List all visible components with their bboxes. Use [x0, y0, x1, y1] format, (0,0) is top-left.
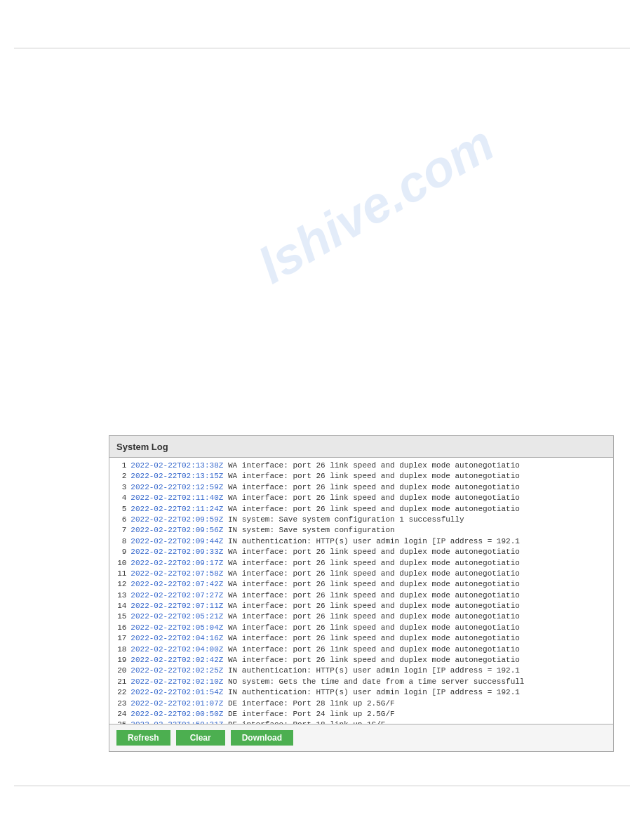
clear-button[interactable]: Clear — [176, 730, 225, 746]
log-timestamp-link[interactable]: 2022-02-22T02:09:44Z — [130, 537, 223, 545]
log-timestamp-link[interactable]: 2022-02-22T02:04:16Z — [130, 634, 223, 642]
log-row-number: 17 — [111, 633, 130, 644]
log-message: interface: port 26 link speed and duplex… — [242, 494, 520, 502]
log-row-number: 19 — [111, 655, 130, 666]
log-level: IN — [223, 526, 241, 534]
log-row: 72022-02-22T02:09:56Z IN system: Save sy… — [111, 525, 612, 536]
log-row-text: 2022-02-22T02:02:42Z WA interface: port … — [130, 655, 612, 666]
log-timestamp-link[interactable]: 2022-02-22T02:09:33Z — [130, 548, 223, 556]
log-row-text: 2022-02-22T02:07:42Z WA interface: port … — [130, 579, 612, 590]
log-row: 132022-02-22T02:07:27Z WA interface: por… — [111, 590, 612, 601]
log-timestamp-link[interactable]: 2022-02-22T02:01:07Z — [130, 699, 223, 708]
log-row: 62022-02-22T02:09:59Z IN system: Save sy… — [111, 515, 612, 525]
log-timestamp-link[interactable]: 2022-02-22T02:04:00Z — [130, 645, 223, 654]
log-row-number: 10 — [111, 558, 130, 569]
log-row-number: 7 — [111, 525, 130, 536]
log-level: WA — [223, 591, 241, 600]
log-row: 152022-02-22T02:05:21Z WA interface: por… — [111, 611, 612, 622]
log-level: IN — [223, 537, 241, 545]
log-row-number: 23 — [111, 699, 130, 709]
log-message: interface: Port 24 link up 2.5G/F — [242, 710, 395, 718]
log-row-number: 6 — [111, 515, 130, 525]
log-timestamp-link[interactable]: 2022-02-22T02:05:04Z — [130, 623, 223, 632]
log-row: 192022-02-22T02:02:42Z WA interface: por… — [111, 655, 612, 666]
log-timestamp-link[interactable]: 2022-02-22T02:02:10Z — [130, 677, 223, 686]
log-row-number: 24 — [111, 709, 130, 720]
log-message: system: Save system configuration — [242, 526, 395, 534]
log-row-number: 14 — [111, 601, 130, 611]
toolbar: Refresh Clear Download — [109, 724, 613, 751]
log-message: interface: port 26 link speed and duplex… — [242, 548, 520, 556]
log-row-text: 2022-02-22T02:12:59Z WA interface: port … — [130, 482, 612, 493]
log-timestamp-link[interactable]: 2022-02-22T02:07:42Z — [130, 580, 223, 588]
log-row-text: 2022-02-22T02:05:21Z WA interface: port … — [130, 611, 612, 622]
log-row: 12022-02-22T02:13:38Z WA interface: port… — [111, 461, 612, 471]
log-timestamp-link[interactable]: 2022-02-22T02:13:38Z — [130, 461, 223, 470]
log-level: WA — [223, 494, 241, 502]
log-timestamp-link[interactable]: 2022-02-22T02:05:21Z — [130, 612, 223, 621]
log-row-text: 2022-02-22T02:13:15Z WA interface: port … — [130, 471, 612, 482]
log-content-area[interactable]: 12022-02-22T02:13:38Z WA interface: port… — [109, 458, 613, 724]
log-timestamp-link[interactable]: 2022-02-22T02:07:27Z — [130, 591, 223, 600]
log-timestamp-link[interactable]: 2022-02-22T02:09:59Z — [130, 515, 223, 524]
log-timestamp-link[interactable]: 2022-02-22T02:13:15Z — [130, 472, 223, 480]
log-row: 232022-02-22T02:01:07Z DE interface: Por… — [111, 699, 612, 709]
log-message: system: Gets the time and date from a ti… — [242, 677, 525, 686]
log-timestamp-link[interactable]: 2022-02-22T02:11:40Z — [130, 494, 223, 502]
log-level: WA — [223, 548, 241, 556]
log-row-text: 2022-02-22T02:02:10Z NO system: Gets the… — [130, 677, 612, 687]
panel-title: System Log — [116, 442, 168, 452]
log-row: 92022-02-22T02:09:33Z WA interface: port… — [111, 547, 612, 557]
log-row-text: 2022-02-22T02:09:59Z IN system: Save sys… — [130, 515, 612, 525]
log-row: 182022-02-22T02:04:00Z WA interface: por… — [111, 644, 612, 655]
log-timestamp-link[interactable]: 2022-02-22T02:07:58Z — [130, 569, 223, 578]
log-row-number: 11 — [111, 569, 130, 579]
log-level: WA — [223, 580, 241, 588]
log-message: authentication: HTTP(s) user admin login… — [242, 537, 520, 545]
log-row-number: 5 — [111, 504, 130, 515]
log-message: interface: port 26 link speed and duplex… — [242, 645, 520, 654]
log-timestamp-link[interactable]: 2022-02-22T02:11:24Z — [130, 505, 223, 513]
log-row-number: 12 — [111, 579, 130, 590]
log-level: IN — [223, 688, 241, 696]
log-timestamp-link[interactable]: 2022-02-22T02:00:50Z — [130, 710, 223, 718]
log-row: 82022-02-22T02:09:44Z IN authentication:… — [111, 536, 612, 547]
log-timestamp-link[interactable]: 2022-02-22T02:07:11Z — [130, 602, 223, 610]
log-row: 52022-02-22T02:11:24Z WA interface: port… — [111, 504, 612, 515]
log-level: WA — [223, 472, 241, 480]
log-row: 102022-02-22T02:09:17Z WA interface: por… — [111, 558, 612, 569]
log-timestamp-link[interactable]: 2022-02-22T02:09:17Z — [130, 559, 223, 567]
log-timestamp-link[interactable]: 2022-02-22T02:12:59Z — [130, 483, 223, 491]
log-timestamp-link[interactable]: 2022-02-22T02:01:54Z — [130, 688, 223, 696]
log-message: interface: Port 28 link up 2.5G/F — [242, 699, 395, 708]
log-row-number: 9 — [111, 547, 130, 557]
log-row-number: 20 — [111, 666, 130, 676]
log-row-number: 8 — [111, 536, 130, 547]
log-message: interface: port 26 link speed and duplex… — [242, 472, 520, 480]
log-message: authentication: HTTP(s) user admin login… — [242, 688, 520, 696]
log-row-number: 3 — [111, 482, 130, 493]
log-row-number: 25 — [111, 720, 130, 724]
log-level: WA — [223, 623, 241, 632]
log-row: 222022-02-22T02:01:54Z IN authentication… — [111, 687, 612, 698]
log-row: 202022-02-22T02:02:25Z IN authentication… — [111, 666, 612, 676]
log-row-text: 2022-02-22T02:09:33Z WA interface: port … — [130, 547, 612, 557]
watermark: lshive.com — [248, 114, 503, 294]
log-row-text: 2022-02-22T02:09:44Z IN authentication: … — [130, 536, 612, 547]
download-button[interactable]: Download — [231, 730, 293, 746]
log-row-number: 2 — [111, 471, 130, 482]
log-timestamp-link[interactable]: 2022-02-22T02:02:42Z — [130, 656, 223, 664]
log-timestamp-link[interactable]: 2022-02-22T02:02:25Z — [130, 666, 223, 675]
log-timestamp-link[interactable]: 2022-02-22T02:09:56Z — [130, 526, 223, 534]
refresh-button[interactable]: Refresh — [116, 730, 170, 746]
log-level: WA — [223, 645, 241, 654]
log-message: interface: port 26 link speed and duplex… — [242, 623, 520, 632]
log-row-text: 2022-02-22T02:01:07Z DE interface: Port … — [130, 699, 612, 709]
log-row-text: 2022-02-22T02:02:25Z IN authentication: … — [130, 666, 612, 676]
log-level: DE — [223, 710, 241, 718]
log-message: interface: port 26 link speed and duplex… — [242, 634, 520, 642]
log-message: interface: port 26 link speed and duplex… — [242, 559, 520, 567]
log-row: 32022-02-22T02:12:59Z WA interface: port… — [111, 482, 612, 493]
log-row-number: 4 — [111, 493, 130, 503]
log-row: 22022-02-22T02:13:15Z WA interface: port… — [111, 471, 612, 482]
